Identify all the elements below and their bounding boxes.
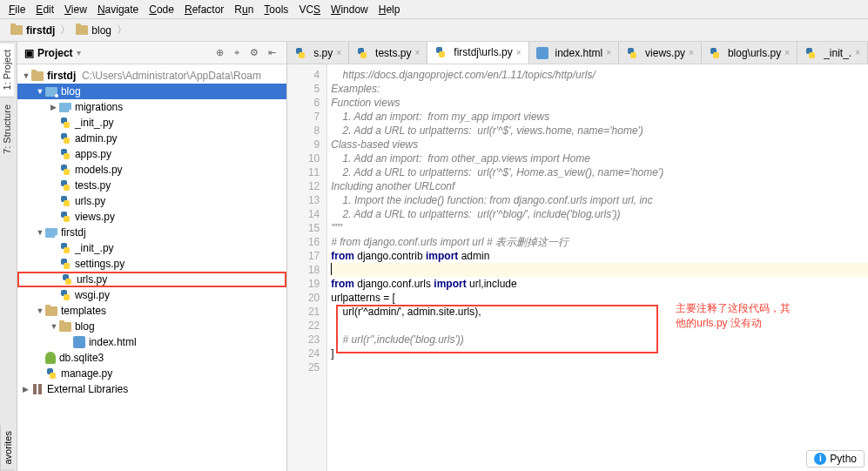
tree-item[interactable]: _init_.py: [75, 117, 114, 129]
locate-icon[interactable]: ⌖: [229, 45, 245, 61]
code-editor[interactable]: 45678910111213141516171819202122232425 h…: [287, 64, 868, 471]
chevron-down-icon[interactable]: ▼: [35, 306, 45, 315]
editor-tab[interactable]: _init_.×: [797, 42, 868, 64]
code-content[interactable]: https://docs.djangoproject.com/en/1.11/t…: [327, 64, 868, 471]
menu-run[interactable]: Run: [229, 2, 259, 17]
tab-label: index.html: [555, 47, 603, 59]
tree-item[interactable]: migrations: [75, 101, 123, 113]
tree-item[interactable]: blog: [75, 320, 95, 333]
menu-tools[interactable]: Tools: [259, 2, 293, 17]
chevron-down-icon[interactable]: ▼: [21, 71, 31, 80]
code-line[interactable]: from django.conf.urls import url,include: [331, 277, 868, 291]
code-line[interactable]: # from django.conf.urls import url # 表示删…: [331, 235, 868, 249]
menu-navigate[interactable]: Navigate: [92, 2, 144, 17]
chevron-down-icon[interactable]: ▼: [35, 228, 45, 237]
code-line[interactable]: [331, 263, 868, 277]
menu-help[interactable]: Help: [373, 2, 406, 17]
tree-item[interactable]: urls.py: [75, 195, 105, 207]
close-icon[interactable]: ×: [606, 48, 611, 57]
tree-firstdj[interactable]: firstdj: [61, 226, 86, 239]
editor-tab[interactable]: tests.py×: [349, 42, 427, 64]
tree-templates[interactable]: templates: [61, 305, 106, 317]
editor-tab[interactable]: views.py×: [619, 42, 702, 64]
folder-icon: [31, 71, 44, 81]
code-line[interactable]: 2. Add a URL to urlpatterns: url(r'^blog…: [331, 207, 868, 221]
status-lang[interactable]: i Pytho: [806, 450, 865, 468]
tree-item[interactable]: models.py: [75, 164, 123, 176]
editor-tabs: s.py×tests.py×firstdj\urls.py×index.html…: [287, 42, 868, 64]
code-line[interactable]: https://docs.djangoproject.com/en/1.11/t…: [331, 68, 868, 82]
side-tab-structure[interactable]: 7: Structure: [0, 97, 14, 161]
close-icon[interactable]: ×: [784, 48, 790, 57]
chevron-right-icon[interactable]: ▶: [21, 385, 31, 394]
collapse-icon[interactable]: ⊕: [212, 45, 227, 61]
python-file-icon: [59, 164, 71, 176]
hide-icon[interactable]: ⇤: [264, 45, 279, 61]
tree-item[interactable]: wsgi.py: [75, 289, 110, 301]
python-file-icon: [59, 148, 71, 160]
close-icon[interactable]: ×: [414, 48, 420, 57]
code-line[interactable]: Examples:: [331, 82, 868, 96]
annotation-box: [336, 305, 658, 353]
menu-file[interactable]: File: [3, 2, 30, 17]
chevron-down-icon[interactable]: ▼: [35, 87, 45, 96]
project-tree[interactable]: ▼firstdj C:\Users\Administrator\AppData\…: [17, 64, 286, 471]
breadcrumb-sub[interactable]: blog: [72, 24, 115, 37]
database-icon: [45, 352, 56, 364]
code-line[interactable]: Function views: [331, 96, 868, 110]
menu-vcs[interactable]: VCS: [293, 2, 326, 17]
chevron-down-icon[interactable]: ▼: [49, 322, 59, 331]
python-file-icon: [59, 258, 71, 270]
tree-item-urls[interactable]: urls.py: [77, 273, 107, 286]
tree-item[interactable]: views.py: [75, 211, 115, 223]
dropdown-icon[interactable]: ▾: [77, 48, 81, 57]
tab-label: firstdj\urls.py: [454, 46, 512, 58]
close-icon[interactable]: ×: [689, 48, 694, 57]
tree-ext-lib[interactable]: External Libraries: [47, 383, 128, 395]
menu-code[interactable]: Code: [144, 2, 179, 17]
code-line[interactable]: Including another URLconf: [331, 179, 868, 193]
chevron-right-icon[interactable]: ▶: [49, 103, 59, 111]
code-line[interactable]: 2. Add a URL to urlpatterns: url(r'^$', …: [331, 124, 868, 138]
tree-item[interactable]: settings.py: [75, 258, 124, 270]
python-file-icon: [59, 242, 71, 254]
code-line[interactable]: from django.contrib import admin: [331, 249, 868, 263]
code-line[interactable]: 1. Import the include() function: from d…: [331, 193, 868, 207]
tree-root[interactable]: firstdj: [47, 70, 76, 82]
python-file-icon: [59, 179, 71, 192]
editor-tab[interactable]: s.py×: [287, 42, 349, 64]
code-line[interactable]: """: [331, 221, 868, 235]
breadcrumb-root[interactable]: firstdj: [7, 24, 58, 37]
tree-item[interactable]: _init_.py: [75, 242, 114, 254]
python-file-icon: [709, 47, 721, 59]
code-line[interactable]: [331, 360, 868, 374]
tree-item[interactable]: admin.py: [75, 132, 118, 145]
tree-blog[interactable]: blog: [61, 85, 81, 98]
editor-tab[interactable]: blog\urls.py×: [702, 42, 797, 64]
code-line[interactable]: 2. Add a URL to urlpatterns: url(r'^$', …: [331, 165, 868, 179]
code-line[interactable]: 1. Add an import: from other_app.views i…: [331, 151, 868, 165]
tree-item[interactable]: index.html: [89, 336, 137, 348]
menu-view[interactable]: View: [59, 2, 92, 17]
side-tab-project[interactable]: 1: Project: [0, 42, 14, 97]
folder-icon: [10, 25, 23, 35]
python-file-icon: [59, 289, 71, 301]
menu-edit[interactable]: Edit: [30, 2, 59, 17]
tree-item[interactable]: apps.py: [75, 148, 111, 160]
close-icon[interactable]: ×: [516, 48, 521, 57]
close-icon[interactable]: ×: [336, 48, 341, 57]
code-line[interactable]: 1. Add an import: from my_app import vie…: [331, 110, 868, 124]
package-icon: [45, 228, 57, 238]
tree-item[interactable]: tests.py: [75, 179, 111, 192]
python-file-icon: [45, 367, 57, 380]
side-tab-favorites[interactable]: avorites: [0, 426, 15, 471]
editor-tab[interactable]: firstdj\urls.py×: [427, 42, 528, 64]
code-line[interactable]: Class-based views: [331, 138, 868, 151]
editor-tab[interactable]: index.html×: [529, 42, 620, 64]
tree-item[interactable]: db.sqlite3: [59, 352, 104, 364]
tree-item[interactable]: manage.py: [61, 367, 112, 380]
menu-window[interactable]: Window: [326, 2, 373, 17]
close-icon[interactable]: ×: [855, 48, 860, 57]
menu-refactor[interactable]: Refactor: [179, 2, 229, 17]
gear-icon[interactable]: ⚙: [246, 45, 262, 61]
